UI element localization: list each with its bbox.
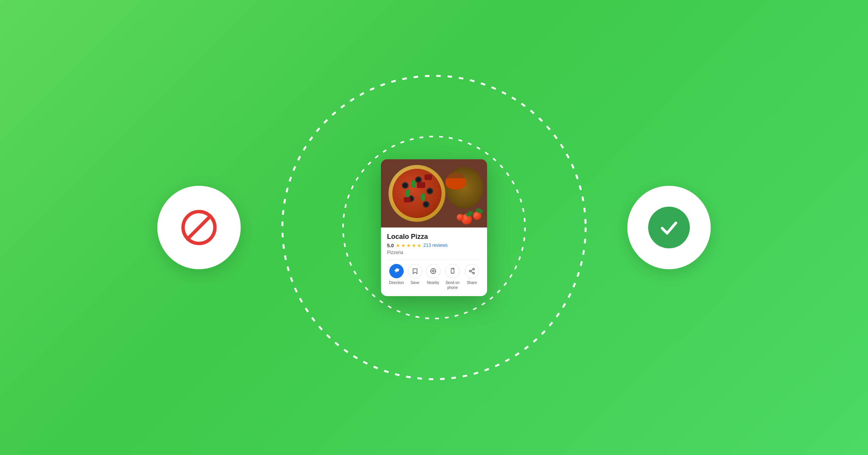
svg-line-3 <box>188 216 210 239</box>
save-icon-wrap <box>408 264 422 278</box>
main-scene: Localo Pizza 5.0 ★ ★ ★ ★ ★ 213 reviews P… <box>169 57 699 398</box>
nearby-icon-wrap <box>426 264 440 278</box>
rating-score: 5.0 <box>387 243 394 248</box>
share-icon-wrap <box>465 264 479 278</box>
svg-point-15 <box>473 272 475 274</box>
star-5: ★ <box>417 243 421 248</box>
check-circle-container <box>627 186 711 269</box>
reviews-count: 213 reviews <box>423 243 448 248</box>
send-on-phone-label: Send on phone <box>444 280 461 290</box>
card-image <box>381 159 487 228</box>
star-2: ★ <box>401 243 406 248</box>
action-bar: Direction Save <box>387 260 481 292</box>
check-circle <box>648 207 690 248</box>
stars: ★ ★ ★ ★ ★ <box>396 243 421 248</box>
share-icon <box>468 268 475 275</box>
svg-point-14 <box>469 270 471 272</box>
save-label: Save <box>410 280 419 285</box>
ban-icon <box>180 209 218 246</box>
action-direction[interactable]: Direction <box>389 264 404 285</box>
action-send-on-phone[interactable]: Send on phone <box>444 264 461 290</box>
action-nearby[interactable]: Nearby <box>426 264 440 285</box>
action-save[interactable]: Save <box>408 264 422 285</box>
svg-point-13 <box>473 268 475 270</box>
svg-line-16 <box>471 271 473 273</box>
card-body: Localo Pizza 5.0 ★ ★ ★ ★ ★ 213 reviews P… <box>381 228 487 296</box>
ban-circle <box>157 186 241 269</box>
direction-icon-wrap <box>389 264 404 278</box>
star-3: ★ <box>406 243 411 248</box>
phone-icon-wrap <box>445 264 460 278</box>
checkmark-icon <box>658 216 680 239</box>
direction-icon <box>393 268 400 275</box>
nearby-icon <box>430 268 437 275</box>
direction-label: Direction <box>389 280 404 285</box>
place-card: Localo Pizza 5.0 ★ ★ ★ ★ ★ 213 reviews P… <box>381 159 487 296</box>
bookmark-icon <box>412 268 418 275</box>
place-type: Pizzeria <box>387 250 481 255</box>
star-1: ★ <box>396 243 400 248</box>
star-4: ★ <box>412 243 416 248</box>
svg-point-5 <box>432 270 434 272</box>
action-share[interactable]: Share <box>465 264 479 285</box>
svg-line-17 <box>471 269 473 270</box>
share-label: Share <box>467 280 477 285</box>
nearby-label: Nearby <box>427 280 439 285</box>
place-name: Localo Pizza <box>387 233 481 241</box>
phone-icon <box>449 268 456 275</box>
rating-row: 5.0 ★ ★ ★ ★ ★ 213 reviews <box>387 243 481 248</box>
